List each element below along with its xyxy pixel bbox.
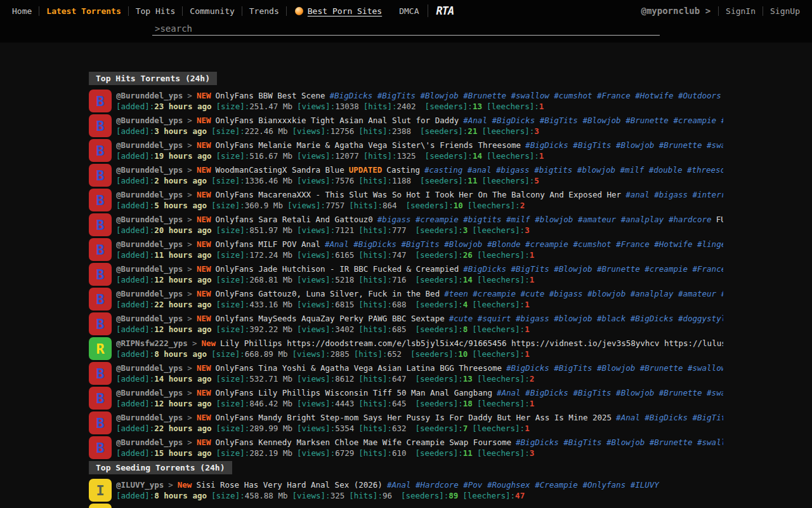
hashtag-list[interactable]: #Anal #BigDicks #BigTits #Blowjob #Brune… (463, 116, 723, 125)
hits-value: 610 (392, 448, 407, 458)
nav-top-hits[interactable]: Top Hits (129, 6, 183, 16)
torrent-title[interactable]: Onlyfans MaySeeds AquaZay Perky PAWG BBC… (215, 314, 444, 323)
uploader-name[interactable]: @Burunddel_yps (116, 314, 183, 323)
torrent-title[interactable]: OnlyFans Mandy Bright Step-mom Says Her … (215, 413, 612, 422)
uploader-avatar[interactable]: B (89, 362, 112, 385)
uploader-name[interactable]: @Burunddel_yps (116, 190, 183, 199)
uploader-name[interactable]: @ILUVY_yps (116, 480, 164, 490)
signup-link[interactable]: SignUp (763, 6, 807, 16)
uploader-name[interactable]: @Burunddel_yps (116, 165, 183, 175)
best-porn-sites-label: Best Porn Sites (308, 6, 382, 16)
torrent-title[interactable]: Onlyfans Sara Retali And Gattouz0 (215, 215, 372, 224)
uploader-name[interactable]: @Burunddel_yps (116, 363, 183, 373)
torrent-title[interactable]: OnlyFans Melanie Marie & Agatha Vega Sis… (215, 140, 521, 150)
hashtag-list[interactable]: #Anal #BigDicks #BigTits … (616, 413, 723, 422)
torrent-title-line: @Burunddel_yps>NEWWoodmanCastingX Sandra… (116, 164, 723, 175)
uploader-avatar[interactable]: B (89, 90, 112, 112)
hashtag-list[interactable]: #Anal #Hardcore #Pov #Roughsex #Creampie… (387, 480, 659, 490)
uploader-avatar[interactable]: B (89, 213, 112, 236)
uploader-avatar[interactable]: B (89, 411, 112, 434)
added-value: 2 hours ago (154, 176, 207, 185)
hashtag-list[interactable]: #BigDicks #BigTits #Blowjob #Brunette #s… (506, 363, 723, 373)
hashtag-list[interactable]: #anal #bigass #interrac… (625, 190, 723, 199)
hits-value: 96 (383, 491, 392, 500)
torrent-title[interactable]: OnlyFans Bianxxxkie Tight Asian Anal Slu… (215, 116, 459, 125)
torrent-meta-line: [added]:5 hours ago[size]:360.9 Mb[views… (116, 200, 723, 211)
uploader-avatar[interactable]: B (89, 387, 112, 410)
nav-dmca[interactable]: DMCA (390, 6, 428, 16)
nav-latest-torrents[interactable]: Latest Torrents (39, 6, 128, 16)
torrent-title[interactable]: WoodmanCastingX Sandra Blue (215, 165, 344, 175)
uploader-avatar[interactable]: B (89, 189, 112, 211)
torrent-title[interactable]: OnlyFans Gattouz0, Luna Silver, Fuck in … (215, 289, 440, 298)
added-label: [added]: (116, 300, 154, 309)
site-brand[interactable]: @mypornclub > (633, 6, 718, 16)
torrent-title[interactable]: OnlyFans Jade Hutchison - IR BBC Fucked … (215, 264, 459, 274)
hits-stat: [hits]:1325 (363, 151, 416, 161)
uploader-avatar[interactable]: I (89, 504, 112, 508)
hashtag-list[interactable]: #cute #squirt #bigass #blowjob #black #B… (449, 314, 723, 323)
uploader-name[interactable]: @Burunddel_yps (116, 264, 183, 274)
torrent-row: B @Burunddel_yps>NEWOnlyFans Kennedy Mar… (89, 436, 723, 459)
uploader-avatar[interactable]: B (89, 164, 112, 187)
uploader-avatar[interactable]: B (89, 263, 112, 286)
leechers-stat: [leechers]:47 (462, 491, 525, 500)
nav-trends[interactable]: Trends (242, 6, 287, 16)
uploader-name[interactable]: @Burunddel_yps (116, 289, 183, 298)
uploader-name[interactable]: @Burunddel_yps (116, 438, 183, 447)
torrent-title[interactable]: OnlyFans BBW Best Scene (215, 91, 325, 100)
hashtag-list[interactable]: #BigDicks #BigTits #Blowjob #Brunette #s… (516, 438, 723, 447)
hits-label: [hits]: (358, 250, 392, 260)
uploader-avatar[interactable]: B (89, 288, 112, 311)
uploader-name[interactable]: @Burunddel_yps (116, 91, 183, 100)
seeders-stat: [seeders]:11 (420, 176, 477, 185)
uploader-name[interactable]: @Burunddel_yps (116, 215, 183, 224)
hashtag-list[interactable]: #BigDicks #BigTits #Blowjob #Brunette #s… (330, 91, 723, 100)
leechers-label: [leechers]: (472, 300, 525, 309)
size-label: [size]: (216, 225, 250, 235)
hashtag-list[interactable]: #Anal #BigDicks #BigTits #Blowjob #Blond… (325, 239, 723, 249)
torrent-title[interactable]: OnlyFans MacarenaXXX - This Slut Was So … (215, 190, 621, 199)
hashtag-list[interactable]: #teen #creampie #cute #bigass #blowjob #… (444, 289, 723, 298)
torrent-title[interactable]: OnlyFans Kennedy Marksen Chloe Mae Wife … (215, 438, 511, 447)
hashtag-list[interactable]: #bigass #creampie #bigtits #milf #blowjo… (377, 215, 712, 224)
torrent-title[interactable]: Onlyfans MILF POV Anal (215, 239, 320, 249)
size-label: [size]: (216, 275, 250, 284)
torrent-title[interactable]: Sisi Rose Has Very Hard Anal Sex (2026) (196, 480, 383, 490)
size-stat: [size]:668.89 Mb (211, 349, 287, 359)
nav-community[interactable]: Community (183, 6, 242, 16)
size-stat: [size]:532.71 Mb (216, 374, 292, 384)
size-value: 1336.46 Mb (245, 176, 292, 185)
hashtag-list[interactable]: #Anal #BigDicks #BigTits #Blowjob #Brune… (497, 388, 723, 398)
torrent-row: B @Burunddel_yps>NEWOnlyfans MILF POV An… (89, 238, 723, 261)
uploader-name[interactable]: @Burunddel_yps (116, 140, 183, 150)
chevron-icon: > (168, 480, 173, 490)
seeders-stat: [seeders]:14 (416, 275, 473, 284)
best-porn-sites-link[interactable]: Best Porn Sites (287, 6, 390, 16)
uploader-name[interactable]: @Burunddel_yps (116, 388, 183, 398)
uploader-name[interactable]: @Burunddel_yps (116, 116, 183, 125)
uploader-name[interactable]: @Burunddel_yps (116, 239, 183, 249)
search-input[interactable] (152, 22, 660, 36)
uploader-avatar[interactable]: R (89, 337, 112, 360)
views-stat: [views]:8612 (297, 374, 354, 384)
nav-home[interactable]: Home (5, 6, 39, 16)
torrent-title-cont[interactable]: Casting (386, 165, 420, 175)
hashtag-list[interactable]: #BigDicks #BigTits #Blowjob #Brunette #s… (525, 140, 723, 150)
uploader-avatar[interactable]: I (89, 479, 112, 502)
uploader-name[interactable]: @Burunddel_yps (116, 413, 183, 422)
torrent-title[interactable]: OnlyFans Tina Yoshi & Agatha Vega Asian … (215, 363, 502, 373)
uploader-avatar[interactable]: B (89, 312, 112, 335)
uploader-avatar[interactable]: B (89, 238, 112, 261)
seeders-label: [seeders]: (416, 399, 463, 408)
hashtag-list[interactable]: #casting #anal #bigass #bigtits #blowjob… (424, 165, 723, 175)
uploader-avatar[interactable]: B (89, 436, 112, 459)
uploader-name[interactable]: @RIPNsfw222_yps (116, 338, 188, 348)
hashtag-list[interactable]: #BigDicks #BigTits #Blowjob #Brunette #c… (463, 264, 723, 274)
uploader-avatar[interactable]: B (89, 139, 112, 162)
signin-link[interactable]: SignIn (718, 6, 763, 16)
torrent-title[interactable]: Lily Phillips https://doodstream.com/e/l… (220, 338, 723, 348)
hits-label: [hits]: (354, 349, 388, 359)
torrent-title[interactable]: OnlyFans Lily Phillips Wisconsin Tiff 50… (215, 388, 492, 398)
uploader-avatar[interactable]: B (89, 114, 112, 137)
